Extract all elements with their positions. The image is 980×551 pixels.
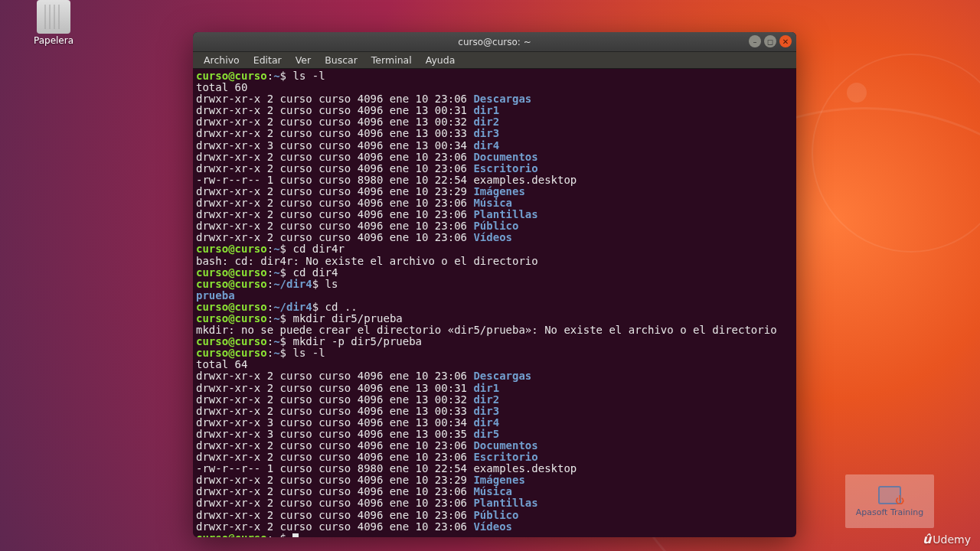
- menu-buscar[interactable]: Buscar: [318, 53, 364, 67]
- menu-ayuda[interactable]: Ayuda: [420, 53, 462, 67]
- close-button[interactable]: ✕: [779, 35, 792, 47]
- udemy-label: Udemy: [933, 533, 971, 546]
- titlebar[interactable]: curso@curso: ~ – ◻ ✕: [193, 32, 796, 52]
- apasoft-label: Apasoft Training: [856, 507, 924, 517]
- window-title: curso@curso: ~: [458, 37, 531, 47]
- menu-archivo[interactable]: Archivo: [198, 53, 246, 67]
- menu-terminal[interactable]: Terminal: [365, 53, 418, 67]
- menubar: Archivo Editar Ver Buscar Terminal Ayuda: [193, 52, 796, 69]
- minimize-button[interactable]: –: [749, 35, 761, 47]
- trash-label: Papelera: [26, 35, 81, 46]
- window-controls: – ◻ ✕: [749, 35, 792, 47]
- menu-ver[interactable]: Ver: [289, 53, 317, 67]
- maximize-button[interactable]: ◻: [764, 35, 776, 47]
- terminal-body[interactable]: curso@curso:~$ ls -l total 60 drwxr-xr-x…: [193, 69, 796, 537]
- apasoft-logo-icon: [878, 486, 901, 504]
- udemy-logo-icon: û: [923, 532, 931, 546]
- menu-editar[interactable]: Editar: [247, 53, 288, 67]
- trash-icon: [37, 0, 70, 34]
- terminal-window: curso@curso: ~ – ◻ ✕ Archivo Editar Ver …: [193, 32, 796, 537]
- bg-decoration: [847, 83, 867, 103]
- bg-decoration: [812, 54, 980, 253]
- trash-desktop-icon[interactable]: Papelera: [26, 0, 81, 46]
- udemy-watermark: û Udemy: [923, 532, 971, 546]
- apasoft-watermark: Apasoft Training: [845, 474, 934, 528]
